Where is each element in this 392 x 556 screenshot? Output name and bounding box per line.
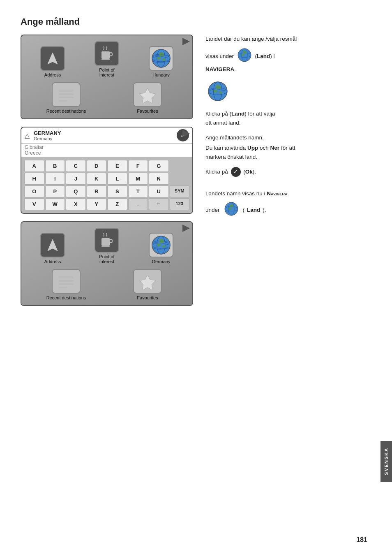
key-x[interactable]: X [66, 198, 86, 210]
address-label: Address [44, 72, 61, 77]
text-ange: Ange mållandets namn. [205, 133, 371, 142]
key-d[interactable]: D [87, 160, 107, 172]
key-t[interactable]: T [128, 185, 148, 197]
hungary-label: Hungary [152, 72, 170, 77]
key-c[interactable]: C [66, 160, 86, 172]
svg-rect-2 [110, 53, 112, 56]
recent-btn[interactable]: Recent destinations [42, 82, 91, 114]
key-u[interactable]: U [149, 185, 169, 197]
key-r[interactable]: R [87, 185, 107, 197]
key-l[interactable]: L [107, 173, 127, 185]
key-underscore[interactable]: _ [128, 198, 148, 210]
poi-icon-2 [95, 228, 119, 253]
recent-label-2: Recent destinations [46, 295, 86, 300]
key-s[interactable]: S [107, 185, 127, 197]
key-a[interactable]: A [24, 160, 44, 172]
key-sym[interactable]: SYM [170, 185, 190, 197]
germany-btn[interactable]: Germany [145, 233, 178, 264]
svg-rect-9 [59, 97, 74, 98]
address-btn[interactable]: Address [36, 46, 69, 77]
address-icon-2 [40, 233, 65, 257]
key-k[interactable]: K [87, 173, 107, 185]
key-i[interactable]: I [45, 173, 65, 185]
svg-rect-14 [110, 239, 112, 243]
svg-rect-22 [59, 287, 67, 288]
key-z[interactable]: Z [107, 198, 127, 210]
kb-country-info: GERMANY Germany [34, 130, 173, 141]
left-column: Address [21, 35, 193, 312]
key-m[interactable]: M [128, 173, 148, 185]
land-bold-1: Land [257, 53, 270, 59]
hungary-btn[interactable]: Hungary [145, 46, 178, 77]
svg-rect-13 [101, 238, 110, 246]
poi-icon [95, 41, 119, 66]
check-icon-inline: ✓ [231, 167, 241, 177]
poi-btn[interactable]: Point ofinterest [90, 41, 123, 77]
sidebar-tab: SVENSKA [380, 441, 392, 482]
page-number: 181 [356, 536, 367, 544]
right-column: Landet där du kan ange /välja resmål vis… [205, 35, 371, 223]
keyboard-grid: A B C D E F G H I J K L M N [23, 158, 191, 212]
key-f[interactable]: F [128, 160, 148, 172]
svg-point-16 [152, 236, 170, 254]
poi-label-2: Point ofinterest [99, 254, 114, 264]
sidebar-label: SVENSKA [384, 447, 389, 475]
key-o[interactable]: O [24, 185, 44, 197]
kb-country-sub: Germany [34, 136, 173, 141]
key-q[interactable]: Q [66, 185, 86, 197]
svg-rect-20 [59, 280, 74, 282]
keyboard-screen: △ GERMANY Germany ✓ Gibraltar Greece A B [21, 127, 193, 214]
svg-rect-7 [59, 90, 74, 92]
key-v[interactable]: V [24, 198, 44, 210]
text-visas-under: visas under (Land) i NAVIGERA. [205, 48, 371, 74]
key-n[interactable]: N [149, 173, 169, 185]
key-empty-1 [170, 160, 190, 172]
key-e[interactable]: E [107, 160, 127, 172]
navigera-1: NAVIGERA [205, 66, 234, 72]
key-123[interactable]: 123 [170, 198, 190, 210]
ok-label: Ok [245, 169, 253, 175]
globe-large-inline [207, 81, 228, 105]
land-bold-3: Land [247, 206, 260, 215]
fav-label-2: Favourites [137, 295, 158, 300]
nav-buttons-bottom-2: Recent destinations Favourites [25, 269, 188, 300]
poi-btn-2[interactable]: Point ofinterest [90, 228, 123, 264]
key-y[interactable]: Y [87, 198, 107, 210]
svg-rect-10 [59, 100, 67, 102]
text-klicka-pa1: Klicka på (Land) för att välja ett annat… [205, 109, 371, 127]
poi-label: Point ofinterest [99, 67, 114, 77]
key-backspace[interactable]: ← [149, 198, 169, 210]
nav-screen-2: Address [21, 221, 193, 306]
globe-inline-3 [224, 202, 239, 219]
fav-btn[interactable]: Favourites [123, 82, 172, 114]
svg-marker-0 [48, 53, 58, 64]
land-bold-2: Land [231, 111, 244, 117]
key-p[interactable]: P [45, 185, 65, 197]
svg-rect-21 [59, 283, 74, 285]
globe-inline-1 [237, 48, 252, 65]
text-under-land: under (Land). [205, 202, 371, 219]
key-w[interactable]: W [45, 198, 65, 210]
address-btn-2[interactable]: Address [36, 233, 69, 264]
fav-btn-2[interactable]: Favourites [123, 269, 172, 300]
text-para1: Landet där du kan ange /välja resmål [205, 35, 371, 44]
fav-icon-2 [133, 269, 162, 294]
recent-btn-2[interactable]: Recent destinations [42, 269, 91, 300]
svg-rect-19 [59, 276, 74, 278]
svg-rect-1 [101, 51, 110, 59]
nav-buttons-bottom: Recent destinations Favourites [25, 82, 188, 114]
key-b[interactable]: B [45, 160, 65, 172]
key-j[interactable]: J [66, 173, 86, 185]
key-g[interactable]: G [149, 160, 169, 172]
nav-buttons-top-2: Address [25, 228, 188, 264]
kb-up-arrow[interactable]: △ [25, 132, 30, 139]
globe-icon-2 [149, 233, 173, 257]
svg-point-30 [225, 202, 238, 215]
navigera-2: Navigera [267, 190, 287, 197]
address-label-2: Address [44, 259, 61, 264]
key-h[interactable]: H [24, 173, 44, 185]
svg-rect-15 [101, 246, 110, 247]
kb-country-selected: GERMANY [34, 130, 173, 136]
text-klicka-ok: Klicka på ✓ (Ok). [205, 167, 371, 177]
svg-marker-23 [139, 275, 156, 290]
